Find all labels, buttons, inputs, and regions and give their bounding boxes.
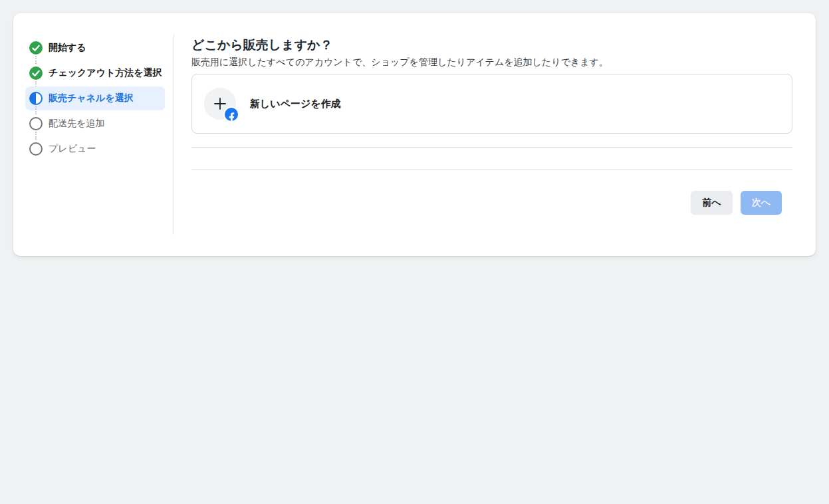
half-filled-circle-icon bbox=[29, 92, 43, 105]
section-divider bbox=[191, 147, 792, 148]
sidebar-divider bbox=[174, 34, 174, 235]
step-sales-channel[interactable]: 販売チャネルを選択 bbox=[25, 86, 165, 110]
page-title: どこから販売しますか？ bbox=[191, 37, 792, 54]
step-preview[interactable]: プレビュー bbox=[25, 137, 165, 161]
step-label: 販売チャネルを選択 bbox=[49, 92, 134, 104]
shop-setup-panel: 開始する チェックアウト方法を選択 販売チャネルを選択 配送先を追加 プレビュー… bbox=[13, 13, 816, 256]
create-new-page-card[interactable]: 新しいページを作成 bbox=[191, 74, 792, 134]
step-label: 開始する bbox=[49, 42, 86, 54]
step-label: プレビュー bbox=[49, 143, 96, 155]
step-checkout-method[interactable]: チェックアウト方法を選択 bbox=[25, 61, 165, 85]
empty-circle-icon bbox=[29, 142, 43, 156]
create-new-page-label: 新しいページを作成 bbox=[250, 98, 341, 110]
step-label: 配送先を追加 bbox=[49, 118, 104, 130]
new-page-avatar bbox=[204, 88, 236, 120]
wizard-steps-sidebar: 開始する チェックアウト方法を選択 販売チャネルを選択 配送先を追加 プレビュー bbox=[13, 13, 174, 256]
check-circle-icon bbox=[29, 66, 43, 80]
page-subtitle: 販売用に選択したすべてのアカウントで、ショップを管理したりアイテムを追加したりで… bbox=[191, 56, 792, 68]
step-add-shipping[interactable]: 配送先を追加 bbox=[25, 112, 165, 136]
next-button[interactable]: 次へ bbox=[741, 191, 782, 215]
step-get-started[interactable]: 開始する bbox=[25, 36, 165, 60]
previous-button[interactable]: 前へ bbox=[691, 191, 732, 215]
step-label: チェックアウト方法を選択 bbox=[49, 67, 162, 79]
empty-circle-icon bbox=[29, 117, 43, 130]
wizard-footer: 前へ 次へ bbox=[191, 191, 792, 215]
facebook-badge-icon bbox=[225, 108, 238, 121]
check-circle-icon bbox=[29, 41, 43, 55]
section-divider bbox=[191, 170, 792, 170]
main-content: どこから販売しますか？ 販売用に選択したすべてのアカウントで、ショップを管理した… bbox=[174, 13, 816, 256]
